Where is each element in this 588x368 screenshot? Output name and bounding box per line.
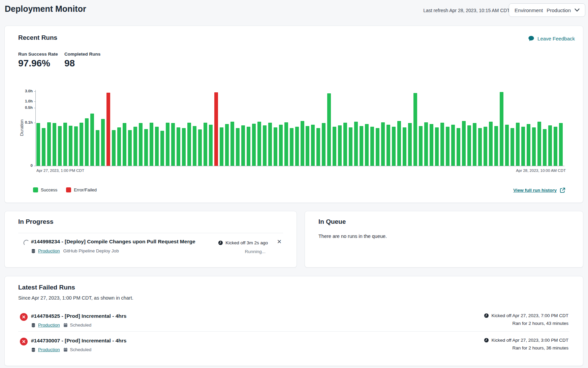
- run-bar[interactable]: [554, 127, 557, 166]
- run-bar[interactable]: [408, 123, 412, 166]
- run-bar[interactable]: [386, 125, 390, 166]
- run-bar[interactable]: [150, 123, 153, 166]
- run-bar[interactable]: [365, 124, 369, 166]
- run-bar[interactable]: [516, 123, 520, 166]
- run-bar[interactable]: [36, 123, 40, 166]
- run-bar[interactable]: [548, 125, 552, 166]
- run-bar[interactable]: [166, 123, 169, 166]
- run-bar[interactable]: [295, 127, 299, 166]
- run-bar[interactable]: [559, 123, 563, 166]
- run-bar[interactable]: [301, 121, 304, 166]
- run-bar[interactable]: [112, 130, 116, 166]
- run-bar[interactable]: [155, 127, 159, 166]
- run-bar[interactable]: [381, 122, 385, 166]
- run-bar[interactable]: [527, 124, 530, 166]
- run-bar[interactable]: [500, 92, 503, 166]
- run-bar[interactable]: [241, 125, 245, 166]
- run-bar[interactable]: [435, 127, 439, 166]
- run-bar[interactable]: [532, 127, 536, 166]
- run-bar[interactable]: [101, 119, 105, 166]
- run-bar[interactable]: [316, 128, 320, 166]
- run-bar[interactable]: [489, 122, 493, 166]
- run-bar[interactable]: [521, 127, 525, 166]
- run-bar[interactable]: [274, 127, 277, 166]
- run-bar[interactable]: [182, 128, 186, 166]
- run-bar[interactable]: [413, 93, 417, 166]
- run-bar[interactable]: [257, 122, 261, 166]
- run-bar[interactable]: [478, 128, 482, 166]
- run-bar[interactable]: [457, 128, 460, 166]
- run-bar[interactable]: [80, 123, 83, 166]
- run-bar[interactable]: [42, 128, 45, 166]
- run-bar[interactable]: [225, 124, 229, 166]
- run-bar[interactable]: [510, 128, 514, 166]
- run-bar[interactable]: [193, 126, 196, 166]
- run-bar[interactable]: [543, 129, 547, 166]
- run-bar[interactable]: [117, 127, 121, 166]
- run-bar[interactable]: [424, 122, 428, 166]
- run-bar[interactable]: [96, 130, 99, 166]
- run-bar[interactable]: [451, 125, 455, 166]
- run-bar[interactable]: [446, 127, 450, 166]
- run-bar[interactable]: [69, 126, 72, 166]
- run-bar[interactable]: [419, 126, 423, 166]
- run-bar[interactable]: [53, 123, 56, 166]
- run-bar[interactable]: [63, 123, 67, 166]
- run-bar[interactable]: [279, 125, 283, 166]
- environment-tag[interactable]: Production: [31, 323, 60, 328]
- run-bar[interactable]: [85, 118, 89, 166]
- run-bar[interactable]: [333, 127, 336, 166]
- run-bar[interactable]: [263, 125, 267, 166]
- run-bar[interactable]: [58, 126, 62, 166]
- run-bar[interactable]: [311, 125, 315, 166]
- run-bar[interactable]: [204, 123, 207, 166]
- run-bar[interactable]: [290, 128, 293, 166]
- run-bar[interactable]: [133, 127, 137, 166]
- run-bar[interactable]: [343, 123, 347, 166]
- run-bar[interactable]: [392, 127, 396, 166]
- run-bar[interactable]: [106, 93, 110, 166]
- run-bar[interactable]: [214, 92, 218, 166]
- run-bar[interactable]: [90, 114, 94, 166]
- run-bar[interactable]: [403, 127, 406, 166]
- run-bar[interactable]: [198, 129, 202, 166]
- run-bar[interactable]: [187, 123, 191, 166]
- run-bar[interactable]: [505, 125, 509, 166]
- run-bar[interactable]: [144, 129, 148, 166]
- run-bar[interactable]: [139, 123, 143, 166]
- run-bar[interactable]: [484, 127, 487, 166]
- run-bar[interactable]: [376, 128, 379, 166]
- environment-link[interactable]: Production: [38, 248, 60, 253]
- run-bar[interactable]: [171, 123, 175, 166]
- view-full-run-history-link[interactable]: View full run history: [513, 187, 565, 193]
- run-bar[interactable]: [322, 123, 326, 166]
- run-bar[interactable]: [430, 124, 433, 166]
- run-bar[interactable]: [473, 123, 476, 166]
- run-bar[interactable]: [177, 127, 180, 166]
- run-bar[interactable]: [440, 123, 444, 166]
- run-bar[interactable]: [123, 123, 126, 166]
- environment-tag[interactable]: Production: [31, 347, 60, 352]
- run-bar[interactable]: [327, 93, 331, 166]
- run-bar[interactable]: [537, 122, 541, 166]
- run-bar[interactable]: [236, 128, 240, 166]
- close-icon[interactable]: ✕: [277, 239, 282, 245]
- run-bar[interactable]: [268, 123, 272, 166]
- run-bar[interactable]: [252, 124, 256, 166]
- run-bar[interactable]: [47, 122, 51, 166]
- run-bar[interactable]: [370, 127, 374, 166]
- run-bar[interactable]: [360, 126, 363, 166]
- run-bar[interactable]: [74, 126, 78, 166]
- run-bar[interactable]: [338, 125, 342, 166]
- run-bar[interactable]: [397, 121, 401, 166]
- run-bar[interactable]: [128, 130, 132, 166]
- run-bar[interactable]: [160, 131, 164, 166]
- environment-link[interactable]: Production: [38, 323, 60, 328]
- run-bar[interactable]: [209, 125, 213, 166]
- environment-dropdown[interactable]: Environment Production: [509, 3, 585, 17]
- run-bar[interactable]: [230, 122, 234, 166]
- run-bar[interactable]: [462, 121, 466, 166]
- run-bar[interactable]: [247, 127, 250, 166]
- environment-link[interactable]: Production: [38, 347, 60, 352]
- environment-tag[interactable]: Production: [31, 248, 60, 253]
